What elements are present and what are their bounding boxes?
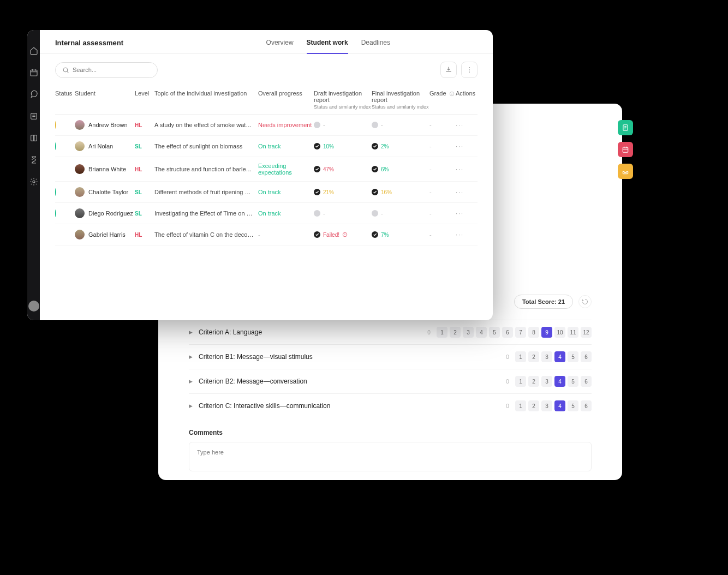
score-box-5[interactable]: 5 [568,376,578,387]
tab-overview[interactable]: Overview [266,39,294,54]
score-box-2[interactable]: 2 [528,376,539,387]
sidetab-doc-icon[interactable] [618,120,633,135]
svg-rect-1 [623,147,628,152]
score-box-6[interactable]: 6 [581,351,592,362]
table-row[interactable]: Andrew Brown HL A study on the effect of… [55,115,478,136]
tab-deadlines[interactable]: Deadlines [361,39,390,54]
draft-cell: 47% [314,166,372,172]
students-table: Status Student Level Topic of the indivi… [40,86,493,320]
score-box-1[interactable]: 1 [515,376,526,387]
check-icon [372,189,378,195]
score-box-9[interactable]: 9 [541,327,552,338]
score-box-4[interactable]: 4 [554,376,565,387]
row-actions[interactable]: ··· [456,231,478,238]
score-box-1[interactable]: 1 [515,351,526,362]
score-box-1[interactable]: 1 [515,400,526,411]
score-box-2[interactable]: 2 [450,327,461,338]
search-icon [62,67,69,74]
score-box-6[interactable]: 6 [581,400,592,411]
score-box-5[interactable]: 5 [568,351,578,362]
criterion-row: ▶Criterion B1: Message—visual stimulus01… [189,344,592,369]
level-badge: SL [135,211,142,217]
score-box-6[interactable]: 6 [581,376,592,387]
caret-icon[interactable]: ▶ [189,403,194,409]
score-box-3[interactable]: 3 [541,376,552,387]
criterion-label: Criterion A: Language [199,328,423,336]
list-icon[interactable] [29,112,38,121]
gear-icon[interactable] [29,177,38,186]
score-box-1[interactable]: 1 [437,327,447,338]
row-actions[interactable]: ··· [456,189,478,195]
row-actions[interactable]: ··· [456,210,478,217]
score-box-5[interactable]: 5 [489,327,500,338]
col-actions: Actions [456,90,478,110]
col-status: Status [55,90,75,110]
caret-icon[interactable]: ▶ [189,354,194,360]
score-box-4[interactable]: 4 [554,400,565,411]
empty-check-icon [314,210,320,217]
score-box-6[interactable]: 6 [502,327,513,338]
table-row[interactable]: Brianna White HL The structure and funct… [55,157,478,182]
check-icon [372,143,378,149]
caret-icon[interactable]: ▶ [189,330,194,335]
score-box-4[interactable]: 4 [554,351,565,362]
sidetab-alert-icon[interactable] [618,142,633,157]
calendar-icon[interactable] [29,68,38,77]
score-box-0[interactable]: 0 [502,400,513,411]
criterion-row: ▶Criterion B2: Message—conversation01234… [189,369,592,393]
row-actions[interactable]: ··· [456,122,478,128]
table-row[interactable]: Diego Rodriguez SL Investigating the Eff… [55,203,478,224]
svg-point-6 [469,67,470,68]
score-box-3[interactable]: 3 [463,327,474,338]
score-box-3[interactable]: 3 [541,400,552,411]
hourglass-icon[interactable] [29,155,38,164]
home-icon[interactable] [29,46,38,55]
criterion-row: ▶Criterion A: Language0123456789101112 [189,320,592,344]
reset-score-button[interactable] [578,295,592,308]
row-actions[interactable]: ··· [456,166,478,172]
student-name: Chalotte Taylor [88,189,128,195]
score-box-11[interactable]: 11 [568,327,578,338]
book-icon[interactable] [29,134,38,142]
score-box-0[interactable]: 0 [502,376,513,387]
score-box-5[interactable]: 5 [568,400,578,411]
row-actions[interactable]: ··· [456,143,478,149]
check-icon [314,189,320,195]
final-cell: - [372,122,429,128]
score-box-0[interactable]: 0 [502,351,513,362]
score-box-2[interactable]: 2 [528,400,539,411]
comments-input[interactable] [197,449,583,462]
progress-text: On track [258,143,314,149]
table-row[interactable]: Chalotte Taylor SL Different methods of … [55,182,478,203]
check-icon [314,231,320,238]
score-box-12[interactable]: 12 [581,327,592,338]
chat-icon[interactable] [29,90,38,99]
col-final: Final investigation report Status and si… [372,90,429,110]
caret-icon[interactable]: ▶ [189,379,194,384]
tab-student-work[interactable]: Student work [307,39,348,54]
user-avatar[interactable] [28,301,39,312]
grade-cell: - [429,189,456,195]
col-grade: Grade [429,90,456,110]
table-row[interactable]: Ari Nolan SL The effect of sunlight on b… [55,136,478,157]
progress-text: On track [258,189,314,195]
sidetab-inbox-icon[interactable] [618,164,633,179]
final-cell: 16% [372,189,429,195]
draft-cell: - [314,210,372,217]
score-box-10[interactable]: 10 [554,327,565,338]
score-box-7[interactable]: 7 [515,327,526,338]
draft-cell: 21% [314,189,372,195]
table-row[interactable]: Gabriel Harris HL The effect of vitamin … [55,224,478,245]
score-box-4[interactable]: 4 [476,327,487,338]
more-button[interactable] [461,62,478,78]
score-box-0[interactable]: 0 [423,327,434,338]
search-input[interactable] [73,67,151,73]
student-name: Ari Nolan [88,143,113,149]
score-box-2[interactable]: 2 [528,351,539,362]
score-box-8[interactable]: 8 [528,327,539,338]
side-tabs [618,120,633,179]
svg-point-4 [33,181,35,183]
download-button[interactable] [440,62,457,78]
topic-text: The effect of vitamin C on the decomposi… [154,231,258,238]
score-box-3[interactable]: 3 [541,351,552,362]
